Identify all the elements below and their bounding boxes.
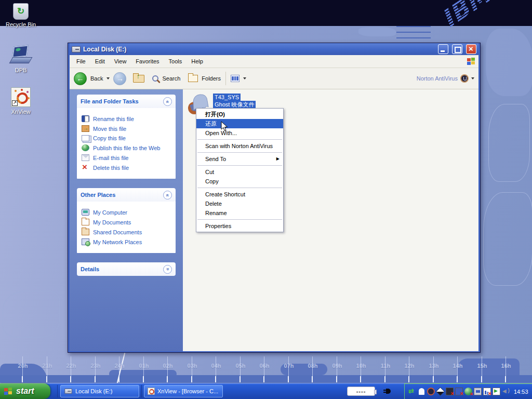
timeline-hour: 02h [160, 363, 176, 369]
context-item-open-with[interactable]: Open With... [196, 128, 283, 138]
rename-icon [82, 115, 89, 122]
up-button[interactable] [133, 75, 144, 83]
task-move-file[interactable]: Move this file [82, 125, 171, 132]
start-button[interactable]: start [0, 383, 50, 399]
timeline-hour: 15h [474, 363, 490, 369]
search-label[interactable]: Search [162, 75, 180, 82]
context-item-rename[interactable]: Rename [196, 208, 283, 218]
desktop-icon-label: DPB [1, 67, 41, 73]
publish-web-icon [82, 144, 89, 151]
place-network-places[interactable]: My Network Places [82, 238, 171, 245]
volume-icon[interactable] [502, 388, 510, 395]
xnview-icon [148, 388, 155, 395]
context-item-cut[interactable]: Cut [196, 167, 283, 177]
taskbar-task-xnview[interactable]: XnView - [Browser - C... [144, 385, 223, 397]
search-icon[interactable] [152, 75, 158, 82]
close-button[interactable] [466, 44, 476, 54]
toolbar-separator [225, 72, 226, 85]
panel-title: Details [81, 266, 99, 272]
timeline-hour: 07h [281, 363, 297, 369]
delete-icon [82, 164, 89, 171]
taskbar: start Local Disk (E:) XnView - [Browser … [0, 383, 532, 399]
menu-favorites[interactable]: Favorites [131, 56, 164, 66]
power-plug-icon [383, 388, 392, 395]
timeline-hour: 21h [39, 363, 55, 369]
place-label: Shared Documents [93, 229, 142, 235]
context-item-open[interactable]: 打开(O) [196, 110, 283, 119]
desktop-icon-xnview[interactable]: XnView [1, 87, 41, 115]
place-my-computer[interactable]: My Computer [82, 209, 171, 216]
desktop-icon-dpb[interactable]: DPB [1, 45, 41, 73]
ghost-icon[interactable] [418, 388, 425, 395]
place-shared-documents[interactable]: Shared Documents [82, 229, 171, 235]
back-button[interactable]: ← [74, 72, 87, 85]
windows-logo-icon [467, 58, 475, 65]
back-label[interactable]: Back [90, 75, 103, 82]
timeline-hour: 14h [450, 363, 466, 369]
player-icon[interactable] [493, 388, 500, 395]
context-item-copy[interactable]: Copy [196, 177, 283, 186]
norton-antivirus-icon [460, 74, 469, 83]
connection-error-icon[interactable]: × [464, 388, 472, 395]
context-item-create-shortcut[interactable]: Create Shortcut [196, 190, 283, 199]
task-publish-file[interactable]: Publish this file to the Web [82, 144, 171, 151]
desktop-icon-label: Recycle Bin [1, 21, 41, 28]
back-dropdown-icon[interactable] [107, 77, 110, 79]
context-item-delete[interactable]: Delete [196, 199, 283, 208]
menu-separator [197, 152, 282, 153]
taskbar-task-local-disk[interactable]: Local Disk (E:) [60, 385, 139, 397]
place-label: My Computer [93, 209, 127, 216]
meter-disabled-icon[interactable]: × [483, 388, 491, 395]
folders-icon[interactable] [188, 75, 198, 82]
panel-other-places: Other Places « My Computer My Documents … [77, 188, 176, 253]
context-menu: 打开(O) 还原 Open With... Scan with Norton A… [196, 108, 284, 232]
task-copy-file[interactable]: Copy this file [82, 135, 171, 141]
timeline-strip [0, 375, 532, 383]
submenu-arrow-icon: ▶ [276, 154, 280, 164]
menu-help[interactable]: Help [187, 56, 208, 66]
sync-icon[interactable] [408, 388, 416, 395]
expand-chevron-icon[interactable]: « [163, 265, 172, 274]
forward-button[interactable]: → [113, 72, 126, 85]
collapse-chevron-icon[interactable]: « [163, 191, 172, 200]
maximize-button[interactable] [452, 44, 462, 54]
context-item-properties[interactable]: Properties [196, 221, 283, 231]
folders-label[interactable]: Folders [202, 75, 221, 82]
task-rename-file[interactable]: Rename this file [82, 115, 171, 122]
views-dropdown-icon[interactable] [243, 77, 246, 79]
norton-antivirus-button[interactable]: Norton AntiVirus [417, 74, 474, 83]
my-documents-icon [82, 219, 89, 225]
power-scheme-icon[interactable] [436, 387, 445, 396]
task-email-file[interactable]: E-mail this file [82, 154, 171, 161]
timeline-hour: 08h [305, 363, 321, 369]
wireless-disabled-icon[interactable]: × [446, 388, 454, 395]
menu-tools[interactable]: Tools [164, 56, 187, 66]
menu-view[interactable]: View [110, 56, 131, 66]
menu-edit[interactable]: Edit [90, 56, 110, 66]
remove-hardware-icon[interactable] [474, 388, 482, 395]
task-delete-file[interactable]: Delete this file [82, 164, 171, 171]
menu-file[interactable]: File [72, 56, 90, 66]
place-my-documents[interactable]: My Documents [82, 219, 171, 225]
norton-dropdown-icon[interactable] [471, 77, 474, 79]
recycle-bin-icon [13, 3, 29, 20]
collapse-chevron-icon[interactable]: « [163, 97, 172, 106]
context-item-scan-norton[interactable]: Scan with Norton AntiVirus [196, 141, 283, 151]
title-bar[interactable]: Local Disk (E:) [70, 43, 478, 55]
desktop-icon-recycle-bin[interactable]: Recycle Bin [1, 3, 41, 28]
task-pane: File and Folder Tasks « Rename this file… [70, 89, 183, 351]
timeline-hour: 12h [402, 363, 417, 369]
email-icon [82, 154, 89, 161]
network-disabled-icon[interactable]: × [455, 388, 463, 395]
minimize-button[interactable] [438, 44, 448, 54]
clock[interactable]: 14:53 [514, 389, 528, 395]
context-item-send-to[interactable]: Send To ▶ [196, 154, 283, 164]
norton-antivirus-icon[interactable] [427, 388, 435, 395]
battery-meter[interactable]: ---- [347, 387, 375, 396]
move-icon [82, 125, 89, 132]
context-item-restore[interactable]: 还原 [196, 119, 283, 128]
panel-title: File and Folder Tasks [81, 98, 139, 104]
views-icon[interactable] [231, 75, 240, 82]
timeline-hour: 24h [112, 363, 127, 369]
copy-icon [82, 135, 89, 141]
